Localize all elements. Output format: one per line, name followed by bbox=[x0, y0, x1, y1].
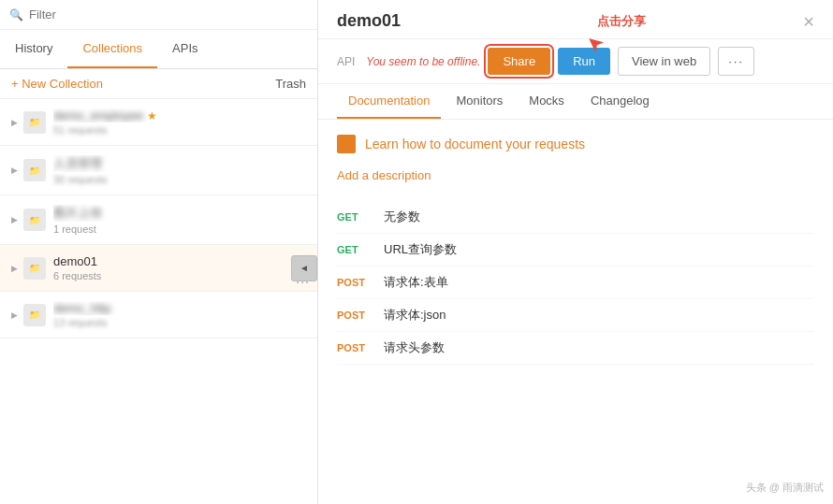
tab-documentation[interactable]: Documentation bbox=[337, 84, 441, 119]
run-button[interactable]: Run bbox=[558, 48, 610, 75]
method-badge: POST bbox=[337, 310, 373, 321]
request-name[interactable]: URL查询参数 bbox=[384, 241, 457, 258]
doc-icon bbox=[337, 135, 356, 153]
request-row: POST 请求头参数 bbox=[337, 332, 814, 365]
collection-name: demo01 bbox=[53, 254, 280, 268]
collection-meta: 1 request bbox=[53, 223, 306, 235]
collection-name: 人员管理 bbox=[53, 155, 306, 172]
method-badge: POST bbox=[337, 277, 373, 288]
request-name[interactable]: 请求体:表单 bbox=[384, 274, 448, 291]
view-in-web-button[interactable]: View in web bbox=[618, 47, 710, 76]
collapse-icon: ▶ bbox=[11, 166, 18, 175]
new-collection-button[interactable]: + New Collection bbox=[11, 77, 103, 91]
request-row: POST 请求体:表单 bbox=[337, 266, 814, 299]
collapse-icon: ▶ bbox=[11, 215, 18, 224]
panel-subheader: API You seem to be offline. 点击分享 ➤ Share… bbox=[318, 39, 833, 84]
collection-folder-icon: 📁 bbox=[23, 159, 46, 181]
collection-name: 图片上传 bbox=[53, 205, 306, 222]
collection-list: ▶ 📁 demo_employee ★ 51 requests ▶ 📁 人员管理… bbox=[0, 99, 317, 504]
tab-collections[interactable]: Collections bbox=[67, 30, 157, 68]
request-row: GET URL查询参数 bbox=[337, 234, 814, 266]
sidebar-toolbar: + New Collection Trash bbox=[0, 69, 317, 99]
filter-input[interactable] bbox=[29, 7, 308, 22]
list-item[interactable]: ▶ 📁 demo_http 13 requests bbox=[0, 292, 317, 338]
doc-banner: Learn how to document your requests bbox=[337, 135, 814, 153]
collection-meta: 51 requests bbox=[53, 124, 306, 136]
collection-meta: 6 requests bbox=[53, 270, 280, 281]
collection-folder-icon: 📁 bbox=[23, 304, 46, 326]
collection-folder-icon: 📁 bbox=[23, 257, 46, 280]
collection-folder-icon: 📁 bbox=[23, 111, 46, 134]
collapse-icon: ▶ bbox=[11, 118, 18, 127]
more-options-button[interactable]: ··· bbox=[296, 274, 310, 289]
request-name[interactable]: 请求头参数 bbox=[384, 339, 445, 356]
more-button[interactable]: ··· bbox=[718, 47, 754, 76]
request-row: GET 无参数 bbox=[337, 201, 814, 234]
tab-monitors[interactable]: Monitors bbox=[445, 84, 514, 119]
content-area: Learn how to document your requests Add … bbox=[318, 120, 833, 504]
request-row: POST 请求体:json bbox=[337, 299, 814, 332]
inner-tabs: Documentation Monitors Mocks Changelog bbox=[318, 84, 833, 120]
star-icon: ★ bbox=[147, 109, 157, 122]
method-badge: GET bbox=[337, 244, 373, 255]
add-description-link[interactable]: Add a description bbox=[337, 168, 814, 182]
panel-header: demo01 × bbox=[318, 0, 833, 39]
method-badge: POST bbox=[337, 342, 373, 353]
collection-meta: 13 requests bbox=[53, 317, 306, 328]
api-label: API bbox=[337, 55, 355, 68]
offline-status: You seem to be offline. bbox=[366, 55, 480, 68]
tab-apis[interactable]: APIs bbox=[157, 30, 212, 68]
tab-history[interactable]: History bbox=[0, 30, 67, 68]
list-item[interactable]: ▶ 📁 人员管理 30 requests bbox=[0, 146, 317, 195]
tab-changelog[interactable]: Changelog bbox=[579, 84, 661, 119]
doc-link[interactable]: Learn how to document your requests bbox=[365, 137, 585, 151]
method-badge: GET bbox=[337, 211, 373, 223]
collection-name: demo_employee ★ bbox=[53, 108, 306, 122]
share-button[interactable]: Share bbox=[488, 48, 550, 75]
main-panel: demo01 × API You seem to be offline. 点击分… bbox=[318, 0, 833, 504]
close-button[interactable]: × bbox=[803, 12, 814, 31]
list-item[interactable]: ▶ 📁 demo_employee ★ 51 requests bbox=[0, 99, 317, 146]
trash-button[interactable]: Trash bbox=[275, 77, 306, 91]
filter-bar: 🔍 bbox=[0, 0, 317, 30]
list-item[interactable]: ▶ 📁 图片上传 1 request bbox=[0, 195, 317, 245]
main-tabs: History Collections APIs bbox=[0, 30, 317, 69]
tab-mocks[interactable]: Mocks bbox=[518, 84, 576, 119]
collection-meta: 30 requests bbox=[53, 174, 306, 185]
collection-name: demo_http bbox=[53, 301, 306, 315]
request-name[interactable]: 无参数 bbox=[384, 209, 420, 225]
request-name[interactable]: 请求体:json bbox=[384, 307, 446, 324]
collapse-icon: ▶ bbox=[11, 310, 18, 320]
panel-title: demo01 bbox=[337, 11, 401, 31]
list-item[interactable]: ▶ 📁 demo01 6 requests ◄ ··· bbox=[0, 245, 317, 292]
collection-folder-icon: 📁 bbox=[23, 209, 46, 231]
collapse-icon: ▶ bbox=[11, 264, 18, 273]
search-icon: 🔍 bbox=[9, 8, 23, 22]
sidebar: 🔍 History Collections APIs + New Collect… bbox=[0, 0, 318, 504]
